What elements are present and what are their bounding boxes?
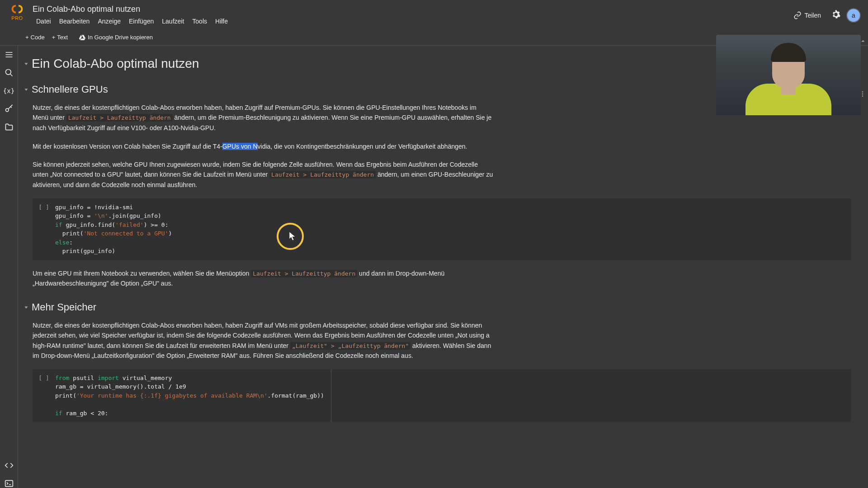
- svg-point-4: [862, 94, 863, 95]
- toc-button[interactable]: [5, 50, 14, 59]
- link-icon: [793, 11, 802, 19]
- dots-vertical-icon: [859, 90, 866, 98]
- code-icon: [5, 461, 14, 470]
- logo-area[interactable]: PRO: [9, 4, 25, 21]
- menu-file[interactable]: Datei: [33, 16, 55, 27]
- copy-to-drive-button[interactable]: In Google Drive kopieren: [79, 34, 153, 41]
- add-code-button[interactable]: + Code: [25, 34, 45, 41]
- paragraph: Mit der kostenlosen Version von Colab ha…: [33, 141, 494, 151]
- inline-code: Laufzeit > Laufzeittyp ändern: [251, 270, 357, 277]
- collapse-header-button[interactable]: [859, 37, 867, 47]
- cell-gutter[interactable]: [ ]: [33, 203, 55, 256]
- variables-button[interactable]: {x}: [5, 86, 14, 95]
- terminal-button[interactable]: [5, 479, 14, 488]
- add-text-button[interactable]: + Text: [52, 34, 68, 41]
- cell-gutter[interactable]: [ ]: [33, 374, 55, 418]
- search-button[interactable]: [5, 68, 14, 77]
- code-editor[interactable]: gpu_info = !nvidia-smi gpu_info = '\n'.j…: [55, 203, 172, 256]
- webcam-menu-button[interactable]: [859, 90, 866, 99]
- paragraph: Nutzer, die eines der kostenpflichtigen …: [33, 103, 494, 133]
- document-title[interactable]: Ein Colab-Abo optimal nutzen: [33, 4, 789, 16]
- page-title: Ein Colab-Abo optimal nutzen: [32, 56, 199, 71]
- inline-code: Laufzeit > Laufzeittyp ändern: [269, 171, 376, 178]
- menu-runtime[interactable]: Laufzeit: [158, 16, 188, 27]
- webcam-feed: [716, 35, 861, 115]
- svg-point-5: [862, 95, 863, 97]
- svg-rect-2: [5, 480, 13, 486]
- folder-icon: [5, 122, 14, 131]
- collapse-arrow-icon[interactable]: ▼: [24, 87, 29, 92]
- search-icon: [5, 68, 14, 77]
- code-editor[interactable]: from psutil import virtual_memory ram_gb…: [55, 374, 324, 418]
- svg-point-1: [5, 108, 9, 112]
- menu-insert[interactable]: Einfügen: [125, 16, 157, 27]
- menu-bar: Datei Bearbeiten Anzeige Einfügen Laufze…: [33, 16, 789, 27]
- section-heading: Schnellere GPUs: [32, 84, 108, 95]
- paragraph: Nutzer, die eines der kostenpflichtigen …: [33, 320, 494, 361]
- terminal-icon: [5, 479, 14, 488]
- inline-code: „Laufzeit" > „Laufzeittyp ändern": [290, 342, 410, 350]
- colab-logo-icon: [9, 4, 25, 14]
- selected-text: GPUs von N: [222, 143, 258, 150]
- app-header: PRO Ein Colab-Abo optimal nutzen Datei B…: [0, 0, 868, 29]
- paragraph: Sie können jederzeit sehen, welche GPU I…: [33, 160, 494, 190]
- drive-icon: [79, 34, 86, 41]
- files-button[interactable]: [5, 122, 14, 131]
- code-cell[interactable]: [ ] from psutil import virtual_memory ra…: [33, 369, 851, 422]
- code-cell[interactable]: [ ] gpu_info = !nvidia-smi gpu_info = '\…: [33, 198, 851, 260]
- chevron-up-icon: [859, 37, 867, 45]
- share-button[interactable]: Teilen: [789, 9, 826, 22]
- cell-divider: [331, 369, 331, 422]
- collapse-arrow-icon[interactable]: ▼: [24, 305, 29, 310]
- braces-icon: {x}: [3, 87, 14, 94]
- menu-help[interactable]: Hilfe: [212, 16, 231, 27]
- webcam-overlay[interactable]: [716, 35, 861, 115]
- svg-point-3: [862, 91, 863, 93]
- svg-point-0: [5, 70, 11, 75]
- menu-tools[interactable]: Tools: [189, 16, 211, 27]
- secrets-button[interactable]: [5, 104, 14, 113]
- plus-icon: +: [25, 34, 29, 41]
- code-snippets-button[interactable]: [5, 461, 14, 470]
- paragraph: Um eine GPU mit Ihrem Notebook zu verwen…: [33, 268, 494, 289]
- plus-icon: +: [52, 34, 56, 41]
- list-icon: [5, 50, 14, 59]
- left-sidebar: {x}: [0, 46, 18, 488]
- menu-view[interactable]: Anzeige: [94, 16, 124, 27]
- section-heading: Mehr Speicher: [32, 301, 96, 313]
- settings-button[interactable]: [831, 9, 841, 21]
- key-icon: [5, 104, 14, 113]
- user-avatar[interactable]: a: [846, 8, 861, 23]
- pro-badge: PRO: [11, 15, 23, 21]
- menu-edit[interactable]: Bearbeiten: [56, 16, 94, 27]
- collapse-arrow-icon[interactable]: ▼: [24, 61, 29, 66]
- share-label: Teilen: [804, 12, 821, 19]
- inline-code: Laufzeit > Laufzeittyp ändern: [66, 114, 173, 122]
- gear-icon: [831, 9, 841, 19]
